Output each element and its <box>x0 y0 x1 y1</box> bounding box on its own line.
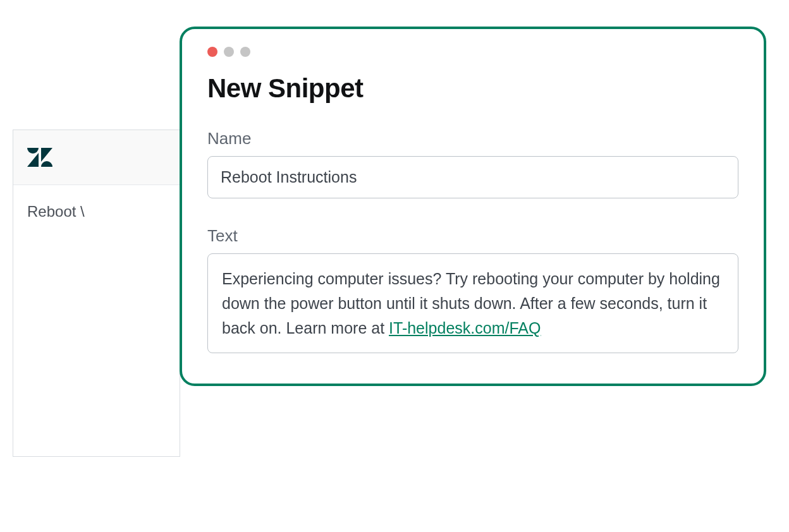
sidebar-header <box>13 130 180 185</box>
new-snippet-modal: New Snippet Name Text Experiencing compu… <box>180 27 766 386</box>
text-area[interactable]: Experiencing computer issues? Try reboot… <box>207 253 738 353</box>
sidebar-item-reboot[interactable]: Reboot \ <box>13 185 180 238</box>
name-input[interactable] <box>207 156 738 198</box>
modal-title: New Snippet <box>207 73 738 104</box>
minimize-window-icon[interactable] <box>224 47 234 57</box>
text-field-label: Text <box>207 226 738 246</box>
sidebar-item-label: Reboot \ <box>27 203 85 220</box>
zendesk-logo-icon <box>27 148 52 167</box>
maximize-window-icon[interactable] <box>240 47 250 57</box>
name-field-label: Name <box>207 129 738 148</box>
window-controls <box>207 47 738 57</box>
close-window-icon[interactable] <box>207 47 217 57</box>
helpdesk-faq-link[interactable]: IT-helpdesk.com/FAQ <box>389 319 541 337</box>
sidebar-panel: Reboot \ <box>13 130 180 457</box>
